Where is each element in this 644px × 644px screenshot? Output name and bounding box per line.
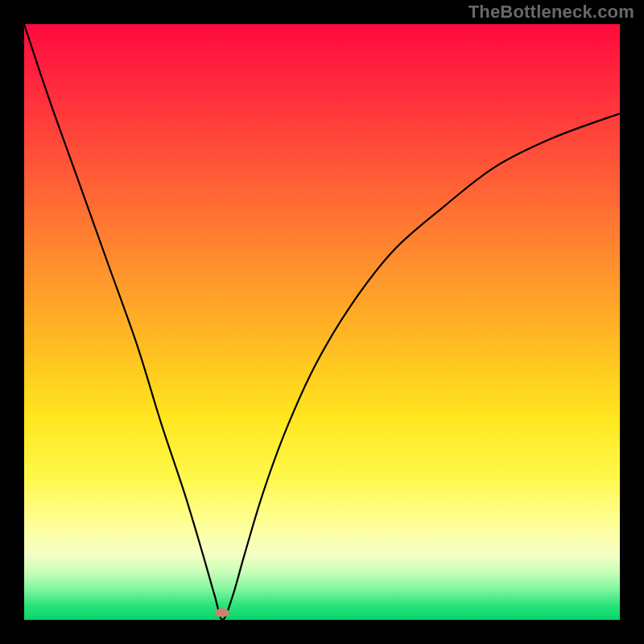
bottleneck-curve <box>24 24 620 620</box>
optimum-marker <box>216 609 229 617</box>
watermark-text: TheBottleneck.com <box>469 2 634 23</box>
plot-area <box>24 24 620 620</box>
chart-frame: TheBottleneck.com <box>0 0 644 644</box>
